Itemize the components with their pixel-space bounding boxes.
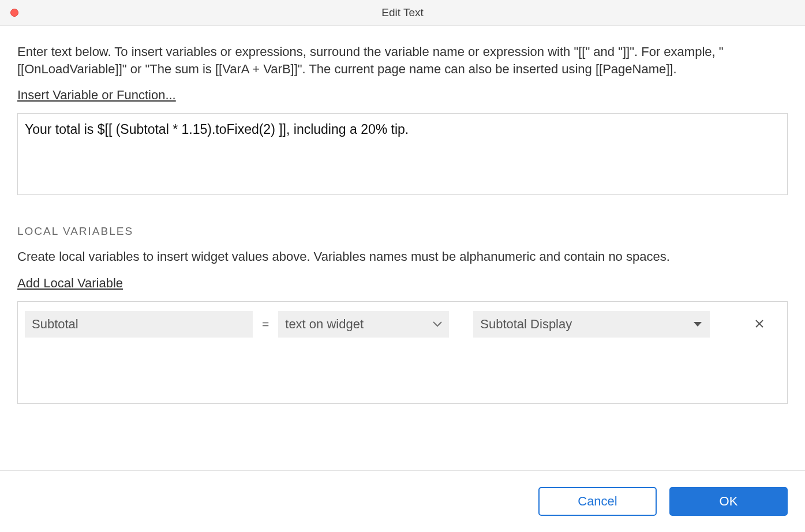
window-titlebar: Edit Text <box>0 0 805 26</box>
dialog-footer: Cancel OK <box>0 470 805 532</box>
dialog-content: Enter text below. To insert variables or… <box>0 26 805 404</box>
local-variables-container: = text on widget Subtotal Display <box>17 301 788 404</box>
variable-name-input[interactable] <box>25 311 253 338</box>
variable-type-dropdown[interactable]: text on widget <box>278 311 449 338</box>
cancel-button[interactable]: Cancel <box>538 487 657 516</box>
variable-widget-value: Subtotal Display <box>480 317 572 332</box>
variable-type-value: text on widget <box>285 317 364 332</box>
caret-down-icon <box>694 322 702 327</box>
local-variables-header: LOCAL VARIABLES <box>17 225 788 238</box>
local-variables-description: Create local variables to insert widget … <box>17 248 788 265</box>
ok-button[interactable]: OK <box>669 487 788 516</box>
close-icon <box>755 319 764 328</box>
variable-row: = text on widget Subtotal Display <box>25 311 780 338</box>
instructions-text: Enter text below. To insert variables or… <box>17 43 788 77</box>
window-title: Edit Text <box>381 6 424 19</box>
delete-variable-button[interactable] <box>750 312 769 336</box>
close-window-button[interactable] <box>10 9 18 17</box>
window-controls <box>10 9 18 17</box>
variable-widget-dropdown[interactable]: Subtotal Display <box>473 311 710 338</box>
add-local-variable-link[interactable]: Add Local Variable <box>17 276 123 291</box>
chevron-down-icon <box>433 321 442 327</box>
equals-label: = <box>259 317 272 331</box>
expression-text-input[interactable] <box>17 113 788 195</box>
insert-variable-link[interactable]: Insert Variable or Function... <box>17 88 176 103</box>
